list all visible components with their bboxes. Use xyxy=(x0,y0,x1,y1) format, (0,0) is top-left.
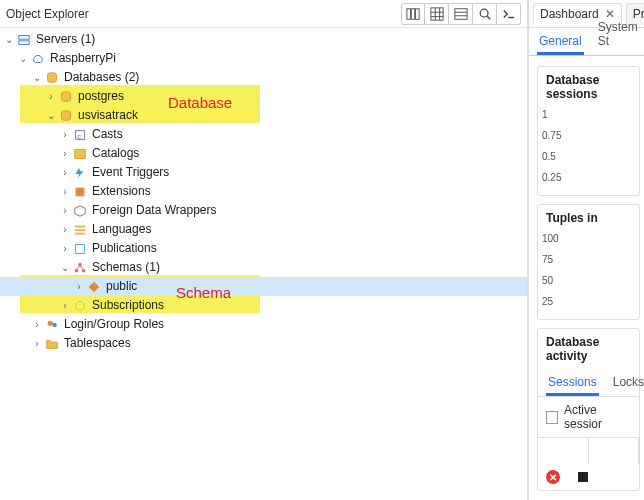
grid-icon[interactable] xyxy=(425,3,449,25)
chevron-right-icon[interactable]: › xyxy=(58,125,72,144)
tab-label: Proper xyxy=(633,7,644,21)
tree-node-languages[interactable]: › Languages xyxy=(0,220,527,239)
elephant-icon xyxy=(30,51,46,67)
svg-rect-14 xyxy=(19,35,30,39)
servers-icon xyxy=(16,32,32,48)
ytick: 0.5 xyxy=(542,150,556,161)
cube-icon xyxy=(72,203,88,219)
chevron-right-icon[interactable]: › xyxy=(58,201,72,220)
card-tuples-in: Tuples in 100 75 50 25 xyxy=(537,204,640,320)
tree-node-tablespaces[interactable]: › Tablespaces xyxy=(0,334,527,353)
chevron-down-icon[interactable]: ⌄ xyxy=(44,106,58,125)
close-icon[interactable]: ✕ xyxy=(605,7,615,21)
tab-label: Dashboard xyxy=(540,7,599,21)
tree-node-subscriptions[interactable]: › Subscriptions xyxy=(0,296,527,315)
ytick: 50 xyxy=(542,274,553,285)
panel-title: Object Explorer xyxy=(6,7,89,21)
tree-node-servers[interactable]: ⌄ Servers (1) xyxy=(0,30,527,49)
list-icon[interactable] xyxy=(449,3,473,25)
subtab-sessions[interactable]: Sessions xyxy=(546,373,599,396)
svg-rect-2 xyxy=(416,8,420,19)
tree-node-schemas[interactable]: ⌄ Schemas (1) xyxy=(0,258,527,277)
svg-line-30 xyxy=(80,266,84,269)
svg-marker-24 xyxy=(75,205,86,216)
tree: Database Schema ⌄ Servers (1) ⌄ Raspberr… xyxy=(0,28,527,500)
chevron-down-icon[interactable]: ⌄ xyxy=(2,30,16,49)
folder-icon xyxy=(44,336,60,352)
tree-node-db-usvisatrack[interactable]: ⌄ usvisatrack xyxy=(0,106,527,125)
svg-rect-1 xyxy=(411,8,415,19)
publication-icon xyxy=(72,241,88,257)
annotation-database: Database xyxy=(168,94,232,111)
left-header: Object Explorer xyxy=(0,0,527,28)
catalogs-icon xyxy=(72,146,88,162)
database-icon xyxy=(58,89,74,105)
left-toolbar xyxy=(401,3,521,25)
chevron-right-icon[interactable]: › xyxy=(30,334,44,353)
tree-node-casts[interactable]: › c Casts xyxy=(0,125,527,144)
chevron-right-icon[interactable]: › xyxy=(58,163,72,182)
tree-node-fdw[interactable]: › Foreign Data Wrappers xyxy=(0,201,527,220)
tree-label: Casts xyxy=(92,125,123,144)
chevron-down-icon[interactable]: ⌄ xyxy=(30,68,44,87)
dashboard-body: Database sessions 1 0.75 0.5 0.25 Tuples… xyxy=(529,56,644,500)
ytick: 0.25 xyxy=(542,171,561,182)
chevron-right-icon[interactable]: › xyxy=(58,182,72,201)
diamond-icon xyxy=(86,279,102,295)
tree-label: Languages xyxy=(92,220,151,239)
stop-icon[interactable] xyxy=(578,472,588,482)
tree-node-db-postgres[interactable]: › postgres xyxy=(0,87,527,106)
chart-tuples-in: 100 75 50 25 xyxy=(566,231,639,315)
tree-label: Extensions xyxy=(92,182,151,201)
chevron-right-icon[interactable]: › xyxy=(72,277,86,296)
svg-rect-15 xyxy=(19,40,30,44)
tree-node-databases[interactable]: ⌄ Databases (2) xyxy=(0,68,527,87)
subtab-general[interactable]: General xyxy=(537,34,584,55)
ytick: 100 xyxy=(542,232,559,243)
cancel-icon[interactable]: ✕ xyxy=(546,470,560,484)
card-db-activity: Database activity Sessions Locks Active … xyxy=(537,328,640,491)
checkbox-icon[interactable] xyxy=(546,411,558,424)
chevron-down-icon[interactable]: ⌄ xyxy=(58,258,72,277)
tree-node-server[interactable]: ⌄ RaspberryPi xyxy=(0,49,527,68)
subtab-system[interactable]: System St xyxy=(596,20,644,55)
active-sessions-filter[interactable]: Active sessior xyxy=(538,397,639,437)
columns-icon[interactable] xyxy=(401,3,425,25)
tree-label: Foreign Data Wrappers xyxy=(92,201,217,220)
puzzle-icon xyxy=(72,184,88,200)
svg-rect-3 xyxy=(430,7,442,19)
tree-node-extensions[interactable]: › Extensions xyxy=(0,182,527,201)
card-title: Database sessions xyxy=(538,73,639,107)
chevron-right-icon[interactable]: › xyxy=(58,296,72,315)
svg-point-34 xyxy=(52,322,56,326)
svg-rect-21 xyxy=(75,149,86,158)
terminal-icon[interactable] xyxy=(497,3,521,25)
tree-node-catalogs[interactable]: › Catalogs xyxy=(0,144,527,163)
tree-node-publications[interactable]: › Publications xyxy=(0,239,527,258)
tree-label: RaspberryPi xyxy=(50,49,116,68)
chevron-right-icon[interactable]: › xyxy=(58,220,72,239)
object-explorer-panel: Object Explorer Database Schema ⌄ Server… xyxy=(0,0,528,500)
card-db-sessions: Database sessions 1 0.75 0.5 0.25 xyxy=(537,66,640,196)
tree-node-schema-public[interactable]: › public xyxy=(0,277,527,296)
svg-rect-8 xyxy=(454,8,466,19)
chevron-right-icon[interactable]: › xyxy=(58,239,72,258)
search-icon[interactable] xyxy=(473,3,497,25)
chevron-down-icon[interactable]: ⌄ xyxy=(16,49,30,68)
ytick: 0.75 xyxy=(542,129,561,140)
subtab-locks[interactable]: Locks xyxy=(611,373,644,396)
chevron-right-icon[interactable]: › xyxy=(44,87,58,106)
tree-label: Catalogs xyxy=(92,144,139,163)
svg-rect-23 xyxy=(76,187,85,196)
table-header-row xyxy=(538,437,639,464)
card-title: Tuples in xyxy=(538,211,639,231)
activity-actions: ✕ xyxy=(538,464,639,490)
svg-marker-31 xyxy=(89,281,100,292)
chevron-right-icon[interactable]: › xyxy=(58,144,72,163)
tree-node-event-triggers[interactable]: › Event Triggers xyxy=(0,163,527,182)
casts-icon: c xyxy=(72,127,88,143)
tree-label: public xyxy=(106,277,137,296)
tree-label: usvisatrack xyxy=(78,106,138,125)
tree-node-login-roles[interactable]: › Login/Group Roles xyxy=(0,315,527,334)
chevron-right-icon[interactable]: › xyxy=(30,315,44,334)
